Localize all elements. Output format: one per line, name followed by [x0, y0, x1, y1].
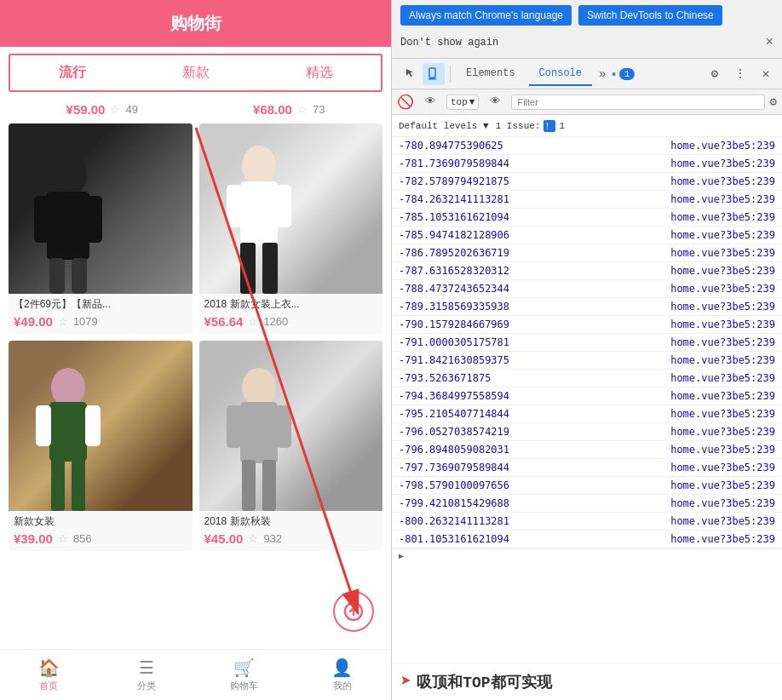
console-tab[interactable]: Console	[529, 62, 592, 86]
issues-icon[interactable]: ! 1	[612, 63, 635, 85]
console-source[interactable]: home.vue?3be5:239	[670, 227, 775, 243]
console-row: -796.0527038574219home.vue?3be5:239	[392, 423, 782, 441]
console-source[interactable]: home.vue?3be5:239	[670, 442, 775, 457]
level-select-arrow: ▼	[469, 97, 475, 107]
console-source[interactable]: home.vue?3be5:239	[670, 138, 775, 153]
product-card-2[interactable]: 2018 新款女装上衣... ¥56.64 ☆ 1260	[199, 123, 383, 334]
product-price-row-4: ¥45.00 ☆ 932	[204, 531, 378, 546]
nav-home[interactable]: 🏠 首页	[0, 650, 98, 700]
console-source[interactable]: home.vue?3be5:239	[670, 514, 775, 529]
svg-rect-4	[49, 258, 65, 294]
nav-profile[interactable]: 👤 我的	[293, 650, 391, 700]
notification-close[interactable]: ×	[765, 35, 773, 50]
more-tabs-icon[interactable]: »	[595, 67, 609, 81]
clear-console-icon[interactable]: 🚫	[397, 94, 414, 111]
product-price-row-3: ¥39.00 ☆ 856	[14, 531, 187, 546]
svg-rect-28	[429, 68, 435, 77]
match-language-button[interactable]: Always match Chrome's language	[400, 5, 572, 26]
level-select[interactable]: top ▼	[446, 95, 479, 110]
bottom-nav: 🏠 首页 ☰ 分类 🛒 购物车 👤 我的	[0, 649, 391, 700]
price-2: ¥68.00	[253, 102, 292, 117]
close-devtools-icon[interactable]: ✕	[755, 63, 777, 85]
product-info-4: 2018 新款秋装 ¥45.00 ☆ 932	[199, 511, 383, 551]
default-levels-label: Default levels ▼	[399, 121, 489, 131]
console-value: -791.0000305175781	[399, 335, 509, 350]
console-value: -780.894775390625	[399, 138, 503, 153]
svg-point-6	[242, 146, 276, 186]
console-value: -796.8948059082031	[399, 442, 509, 457]
console-source[interactable]: home.vue?3be5:239	[670, 353, 775, 368]
console-source[interactable]: home.vue?3be5:239	[670, 317, 775, 332]
console-row: -791.0000305175781home.vue?3be5:239	[392, 334, 782, 352]
console-source[interactable]: home.vue?3be5:239	[670, 478, 775, 493]
svg-point-18	[242, 368, 276, 407]
console-source[interactable]: home.vue?3be5:239	[670, 174, 775, 189]
svg-rect-20	[227, 405, 242, 448]
top-price-row: ¥59.00 ☆ 49 ¥68.00 ☆ 73	[9, 99, 382, 123]
profile-icon: 👤	[331, 657, 353, 678]
console-source[interactable]: home.vue?3be5:239	[670, 460, 775, 475]
console-row: -788.4737243652344home.vue?3be5:239	[392, 280, 782, 298]
svg-point-0	[49, 152, 87, 197]
console-source[interactable]: home.vue?3be5:239	[670, 406, 775, 422]
console-row: -793.5263671875home.vue?3be5:239	[392, 370, 782, 387]
console-value: -786.7895202636719	[399, 245, 509, 261]
device-toolbar-icon[interactable]	[423, 63, 445, 85]
default-levels-select[interactable]: Default levels ▼	[399, 121, 489, 131]
console-value: -797.7369079589844	[399, 460, 509, 475]
console-value: -791.8421630859375	[399, 353, 509, 368]
console-source[interactable]: home.vue?3be5:239	[670, 496, 775, 511]
product-card-3[interactable]: 新款女装 ¥39.00 ☆ 856	[9, 341, 193, 551]
console-source[interactable]: home.vue?3be5:239	[670, 209, 775, 225]
console-source[interactable]: home.vue?3be5:239	[670, 245, 775, 261]
nav-cart[interactable]: 🛒 购物车	[196, 650, 294, 700]
console-settings-icon[interactable]: ⚙	[770, 95, 777, 109]
console-eye-icon[interactable]: 👁	[419, 91, 441, 113]
console-row: -782.5789794921875home.vue?3be5:239	[392, 173, 782, 191]
star-icon-1: ☆	[110, 103, 120, 116]
tab-new[interactable]: 新款	[134, 55, 257, 90]
issues-count: 1	[559, 121, 565, 131]
issues-badge: 1	[619, 68, 635, 80]
filter-input[interactable]	[511, 95, 764, 110]
console-row: -797.7369079589844home.vue?3be5:239	[392, 459, 782, 477]
product-card-1[interactable]: 【2件69元】【新品... ¥49.00 ☆ 1079	[9, 123, 193, 334]
console-value: -789.3158569335938	[399, 299, 509, 314]
settings-icon[interactable]: ⚙	[704, 63, 726, 85]
product-card-4[interactable]: 2018 新款秋装 ¥45.00 ☆ 932	[199, 341, 383, 551]
elements-tab[interactable]: Elements	[456, 62, 526, 86]
console-value: -794.3684997558594	[399, 388, 509, 404]
nav-cart-label: 购物车	[230, 680, 258, 692]
console-source[interactable]: home.vue?3be5:239	[670, 263, 775, 278]
back-to-top-button[interactable]	[333, 591, 374, 632]
switch-chinese-button[interactable]: Switch DevTools to Chinese	[578, 5, 722, 26]
annotation-arrow-icon: ➤	[400, 670, 411, 693]
console-source[interactable]: home.vue?3be5:239	[670, 424, 775, 439]
svg-rect-16	[51, 458, 65, 511]
dont-show-label[interactable]: Don't show again	[400, 32, 498, 53]
console-source[interactable]: home.vue?3be5:239	[670, 531, 775, 547]
product-img-2	[199, 123, 383, 294]
tab-select[interactable]: 精选	[257, 55, 381, 90]
console-source[interactable]: home.vue?3be5:239	[670, 370, 775, 386]
console-source[interactable]: home.vue?3be5:239	[670, 192, 775, 207]
product-star-3: ☆	[58, 532, 68, 545]
console-source[interactable]: home.vue?3be5:239	[670, 388, 775, 404]
console-value: -785.1053161621094	[399, 209, 509, 225]
console-value: -801.1053161621094	[399, 531, 509, 547]
preserve-log-icon[interactable]: 👁	[484, 91, 506, 113]
console-source[interactable]: home.vue?3be5:239	[670, 299, 775, 314]
tab-popular[interactable]: 流行	[10, 55, 134, 90]
more-options-icon[interactable]: ⋮	[729, 63, 751, 85]
product-stars-1: 1079	[73, 315, 98, 328]
console-source[interactable]: home.vue?3be5:239	[670, 281, 775, 296]
console-source[interactable]: home.vue?3be5:239	[670, 156, 775, 171]
console-output[interactable]: -780.894775390625home.vue?3be5:239-781.7…	[392, 137, 782, 663]
expand-arrow-icon[interactable]: ▶	[399, 551, 404, 561]
product-title-1: 【2件69元】【新品...	[14, 297, 187, 312]
svg-rect-15	[85, 405, 101, 446]
nav-category[interactable]: ☰ 分类	[98, 650, 196, 700]
console-source[interactable]: home.vue?3be5:239	[670, 335, 775, 350]
inspect-icon[interactable]	[397, 63, 419, 85]
console-row: -787.6316528320312home.vue?3be5:239	[392, 262, 782, 280]
